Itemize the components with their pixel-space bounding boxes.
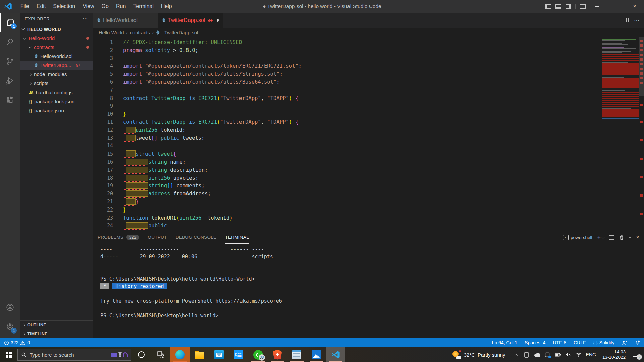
panel-tab-problems[interactable]: PROBLEMS322 (98, 231, 139, 244)
action-center-icon[interactable]: 2 (633, 351, 641, 358)
menu-help[interactable]: Help (157, 3, 176, 9)
cortana-icon[interactable] (131, 347, 151, 362)
run-debug-icon[interactable] (0, 71, 20, 90)
breadcrumb-folder[interactable]: contracts (130, 30, 150, 35)
panel-tab-debug-console[interactable]: DEBUG CONSOLE (176, 231, 217, 244)
your-phone-icon[interactable] (524, 352, 530, 358)
terminal-shell-selector[interactable]: >_ powershell (563, 235, 592, 240)
kill-terminal-icon[interactable] (619, 235, 624, 240)
toggle-panel-icon[interactable] (553, 0, 563, 13)
volume-muted-icon[interactable] (565, 352, 571, 358)
tree-item-package-lock-json[interactable]: {}package-lock.json (20, 97, 93, 106)
battery-icon[interactable] (555, 352, 561, 358)
maximize-panel-icon[interactable] (629, 237, 631, 239)
tree-item-hello-world[interactable]: Hello-World (20, 34, 93, 43)
code-line: 4import "@openzeppelin/contracts/token/E… (93, 62, 644, 70)
whatsapp-icon[interactable]: 38 (248, 347, 268, 362)
show-hidden-icons-chevron[interactable] (513, 352, 519, 358)
new-terminal-button[interactable]: + (597, 234, 604, 241)
menu-go[interactable]: Go (98, 3, 112, 9)
close-button[interactable]: × (625, 0, 644, 13)
terminal[interactable]: ---- ------------- ------ ----d----- 29-… (93, 244, 644, 338)
explorer-view-icon[interactable]: 1 (0, 13, 20, 32)
panel-tab-terminal[interactable]: TERMINAL (225, 231, 249, 244)
edge-update-icon[interactable] (544, 352, 550, 358)
vscode-taskbar-icon[interactable] (326, 347, 345, 362)
menu-terminal[interactable]: Terminal (129, 3, 157, 9)
account-icon[interactable] (0, 298, 20, 317)
line-number: 19 (93, 182, 113, 190)
prime-video-icon[interactable]: prime video (229, 347, 248, 362)
explorer-actions-icon[interactable]: ⋯ (83, 16, 88, 22)
task-view-icon[interactable] (151, 347, 170, 362)
tree-item-scripts[interactable]: scripts (20, 79, 93, 88)
tree-item-label: hardhat.config.js (36, 89, 72, 95)
notifications-bell-icon[interactable] (635, 340, 640, 345)
system-tray: 32°C Partly sunny ENG 14:03 13-10-2022 2 (452, 347, 644, 362)
outline-section[interactable]: OUTLINE (20, 320, 93, 329)
edge-icon[interactable] (170, 347, 190, 362)
source-control-icon[interactable] (0, 52, 20, 71)
tab-twitterdapp-sol[interactable]: TwitterDapp.sol9+ (158, 13, 223, 28)
weather-widget[interactable]: 32°C Partly sunny (452, 350, 505, 359)
clock[interactable]: 14:03 13-10-2022 (602, 349, 626, 360)
start-button[interactable] (0, 347, 17, 362)
language-indicator[interactable]: ENG (586, 352, 596, 357)
settings-gear-icon[interactable]: 1 (0, 317, 20, 337)
onedrive-icon[interactable] (534, 352, 540, 358)
encoding[interactable]: UTF-8 (553, 340, 566, 345)
more-actions-icon[interactable]: ⋯ (634, 17, 640, 23)
tree-item-hardhat-config-js[interactable]: JShardhat.config.js (20, 88, 93, 97)
search-highlights-decoration (111, 352, 128, 357)
close-panel-icon[interactable]: × (636, 234, 639, 241)
workspace-root-folder[interactable]: HELLO WORLD (20, 25, 93, 34)
brave-icon[interactable] (268, 347, 287, 362)
extensions-icon[interactable] (0, 90, 20, 110)
explorer-badge: 1 (11, 23, 17, 29)
feedback-icon[interactable] (622, 340, 628, 345)
tree-item-package-json[interactable]: {}package.json (20, 106, 93, 115)
split-terminal-icon[interactable] (609, 235, 614, 240)
mail-icon[interactable] (209, 347, 229, 362)
code-line: 17string description; (93, 166, 644, 174)
cursor-position[interactable]: Ln 64, Col 1 (492, 340, 518, 345)
search-input[interactable]: Type here to search (17, 349, 131, 361)
toggle-secondary-sidebar-icon[interactable] (563, 0, 573, 13)
menu-view[interactable]: View (79, 3, 98, 9)
language-mode[interactable]: { } Solidity (593, 340, 614, 345)
tab-helloworld-sol[interactable]: HelloWorld.sol (93, 13, 158, 28)
tree-item-contracts[interactable]: contracts (20, 43, 93, 52)
scrollbar-thumb[interactable] (639, 37, 644, 96)
eol-sequence[interactable]: CRLF (574, 340, 586, 345)
line-number: 3 (93, 55, 113, 63)
wifi-icon[interactable] (576, 352, 582, 358)
problems-status[interactable]: 322 0 (4, 340, 30, 345)
error-mark (640, 158, 643, 160)
tree-item-node-modules[interactable]: node_modules (20, 70, 93, 79)
minimize-button[interactable] (588, 0, 606, 13)
notepad-icon[interactable] (287, 347, 307, 362)
indentation[interactable]: Spaces: 4 (525, 340, 545, 345)
customize-layout-icon[interactable] (578, 0, 588, 13)
toggle-sidebar-icon[interactable] (543, 0, 553, 13)
menu-selection[interactable]: Selection (49, 3, 79, 9)
photos-icon[interactable] (307, 347, 326, 362)
split-editor-icon[interactable] (624, 18, 629, 22)
code-editor[interactable]: 1// SPDX-License-Identifier: UNLICENSED2… (93, 37, 644, 231)
menu-edit[interactable]: Edit (33, 3, 50, 9)
breadcrumb[interactable]: Hello-World › contracts › TwitterDapp.so… (93, 28, 644, 37)
panel-tab-output[interactable]: OUTPUT (148, 231, 167, 244)
minimap[interactable] (602, 38, 639, 119)
timeline-section[interactable]: TIMELINE (20, 329, 93, 338)
breadcrumb-folder[interactable]: Hello-World (99, 30, 124, 35)
line-number: 9 (93, 102, 113, 110)
restore-button[interactable] (606, 0, 625, 13)
menu-run[interactable]: Run (112, 3, 129, 9)
tree-item-helloworld-sol[interactable]: HelloWorld.sol (20, 52, 93, 61)
search-view-icon[interactable] (0, 32, 20, 52)
menu-file[interactable]: File (17, 3, 33, 9)
breadcrumb-file[interactable]: TwitterDapp.sol (164, 30, 198, 35)
tree-item-twitterdapp[interactable]: TwitterDapp....9+ (20, 61, 93, 70)
solidity-file-icon (156, 30, 160, 35)
file-explorer-icon[interactable] (190, 347, 209, 362)
